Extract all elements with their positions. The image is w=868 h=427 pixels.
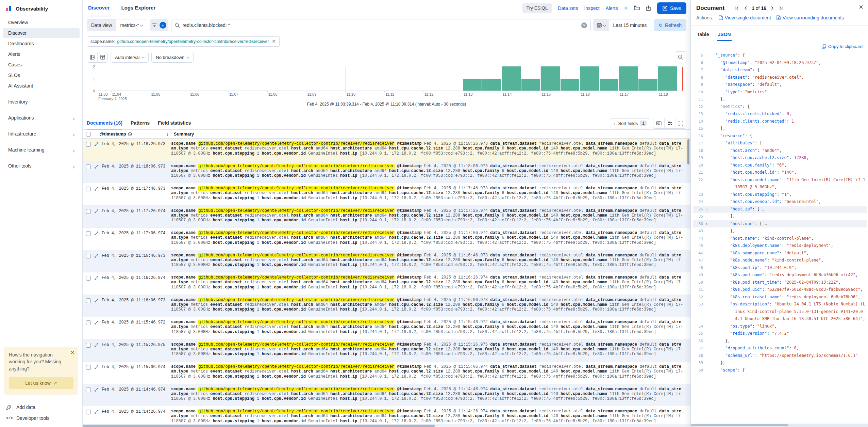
sidebar-item-slos[interactable]: SLOs — [3, 70, 80, 80]
tab-json[interactable]: JSON — [717, 29, 732, 41]
expand-doc-icon[interactable] — [94, 320, 100, 325]
tab-field-statistics[interactable]: Field statistics — [158, 117, 191, 129]
timestamp-column-header[interactable]: @timestamp — [100, 131, 166, 137]
expand-doc-icon[interactable] — [94, 298, 100, 303]
sidebar-item-overview[interactable]: Overview — [3, 17, 80, 28]
vertical-scrollbar[interactable] — [687, 139, 689, 164]
filter-funnel-icon[interactable] — [152, 23, 157, 27]
sidebar-item-discover[interactable]: Discover — [3, 28, 80, 38]
close-icon[interactable]: × — [859, 3, 863, 11]
tab-patterns[interactable]: Patterns — [131, 117, 150, 129]
next-doc-icon[interactable] — [771, 6, 774, 10]
alerts-link[interactable]: Alerts — [606, 5, 618, 11]
fold-caret-icon[interactable]: › — [703, 220, 711, 228]
add-filter-button[interactable]: + — [160, 22, 166, 29]
data-view-value[interactable]: metrics-* — [116, 19, 147, 31]
chart-inspect-button[interactable] — [675, 51, 686, 63]
expand-doc-icon[interactable] — [94, 388, 100, 392]
table-row[interactable]: Feb 4, 2025 @ 11:16:06.973scope.name git… — [83, 295, 690, 317]
sort-fields-button[interactable]: ↕ Sort fields 1 — [610, 118, 650, 128]
interval-select[interactable]: Auto interval — [111, 52, 149, 63]
row-checkbox[interactable] — [86, 388, 91, 392]
row-checkbox[interactable] — [86, 298, 91, 303]
search-input[interactable] — [183, 22, 579, 28]
inspect-link[interactable]: Inspect — [584, 5, 599, 11]
collapse-doc-icon[interactable] — [94, 142, 100, 146]
expand-doc-icon[interactable] — [94, 164, 100, 169]
row-checkbox[interactable] — [86, 164, 91, 169]
histogram-bar[interactable] — [600, 79, 618, 91]
histogram-bar[interactable] — [482, 79, 501, 91]
row-checkbox[interactable] — [86, 365, 91, 370]
select-all-checkbox[interactable] — [86, 132, 91, 137]
row-checkbox[interactable] — [86, 276, 91, 281]
expand-doc-icon[interactable] — [94, 276, 100, 280]
expand-doc-icon[interactable] — [94, 410, 100, 414]
histogram-bar[interactable] — [521, 79, 540, 91]
sidebar-item-alerts[interactable]: Alerts — [3, 49, 80, 59]
sidebar-item-machine-learning[interactable]: Machine learning — [3, 145, 80, 155]
sidebar-item-dashboards[interactable]: Dashboards — [3, 38, 80, 49]
last-doc-icon[interactable] — [779, 6, 783, 10]
table-row[interactable]: Feb 4, 2025 @ 11:14:26.974scope.name git… — [83, 406, 690, 424]
row-checkbox[interactable] — [86, 343, 91, 348]
copy-to-clipboard-link[interactable]: Copy to clipboard — [822, 44, 863, 49]
histogram-bar[interactable] — [580, 66, 599, 91]
histogram-bar[interactable] — [463, 79, 482, 91]
histogram-bar[interactable] — [638, 79, 657, 91]
table-row[interactable]: Feb 4, 2025 @ 11:15:06.974scope.name git… — [83, 362, 690, 384]
display-options-icon[interactable] — [664, 118, 675, 128]
plot-area[interactable] — [98, 67, 683, 91]
let-us-know-button[interactable]: Let us know ↗ — [9, 377, 73, 389]
filter-pill[interactable]: scope.name: github.com/open-telemetry/op… — [87, 36, 280, 47]
developer-tools-button[interactable]: </> Developer tools — [3, 413, 80, 424]
row-checkbox[interactable] — [86, 254, 91, 258]
json-code-block[interactable]: 5"_source": {6"@timestamp": "2025-02-04T… — [691, 50, 868, 423]
expand-doc-icon[interactable] — [94, 343, 100, 347]
tab-logs-explorer[interactable]: Logs Explorer — [120, 0, 157, 16]
sidebar-item-ai-assistant[interactable]: AI Assistant — [3, 81, 80, 91]
table-row[interactable]: Feb 4, 2025 @ 11:17:06.974scope.name git… — [83, 228, 690, 250]
json-horizontal-scrollbar[interactable] — [691, 424, 868, 427]
horizontal-scrollbar[interactable] — [83, 424, 690, 427]
clear-query-icon[interactable]: ✕ — [581, 22, 587, 28]
table-row[interactable]: Feb 4, 2025 @ 11:16:46.973scope.name git… — [83, 250, 690, 273]
open-button[interactable] — [634, 5, 640, 11]
try-esql-button[interactable]: Try ES|QL — [522, 3, 552, 13]
expand-doc-icon[interactable] — [94, 254, 100, 258]
expand-doc-icon[interactable] — [94, 231, 100, 236]
tab-discover[interactable]: Discover — [87, 0, 111, 16]
table-row[interactable]: Feb 4, 2025 @ 11:18:26.973scope.name git… — [83, 139, 690, 161]
fullscreen-icon[interactable] — [675, 118, 686, 128]
sidebar-item-infrastructure[interactable]: Infrastructure — [3, 129, 80, 139]
calendar-button[interactable] — [594, 19, 609, 31]
row-checkbox[interactable] — [86, 209, 91, 214]
histogram-bar[interactable] — [619, 66, 638, 91]
data-sets-link[interactable]: Data sets — [558, 5, 578, 11]
histogram-bar[interactable] — [561, 79, 579, 91]
expand-doc-icon[interactable] — [94, 187, 100, 191]
histogram-bar[interactable] — [658, 66, 677, 91]
share-button[interactable] — [646, 5, 651, 11]
save-button[interactable]: Save — [657, 2, 686, 14]
row-checkbox[interactable] — [86, 320, 91, 325]
sidebar-item-applications[interactable]: Applications — [3, 113, 80, 123]
row-checkbox[interactable] — [86, 231, 91, 236]
row-checkbox[interactable] — [86, 410, 91, 414]
sort-direction-icon[interactable]: ↓ — [166, 131, 174, 137]
new-search-button[interactable]: + — [624, 5, 628, 12]
histogram-bar[interactable] — [502, 66, 521, 91]
row-checkbox[interactable] — [86, 142, 91, 147]
table-row[interactable]: Feb 4, 2025 @ 11:14:46.974scope.name git… — [83, 384, 690, 407]
chart-display-icon[interactable] — [97, 52, 107, 62]
sidebar-item-inventory[interactable]: Inventory — [3, 97, 80, 107]
breakdown-select[interactable]: No breakdown — [151, 52, 194, 63]
table-row[interactable]: Feb 4, 2025 @ 11:15:26.975scope.name git… — [83, 339, 690, 362]
table-row[interactable]: Feb 4, 2025 @ 11:15:46.972scope.name git… — [83, 317, 690, 339]
hide-chart-icon[interactable] — [87, 52, 97, 62]
close-icon[interactable]: ✕ — [70, 349, 75, 356]
histogram-bar[interactable] — [541, 66, 560, 91]
summary-column-header[interactable]: Summary — [174, 131, 194, 137]
view-surrounding-documents-link[interactable]: View surrounding documents — [777, 15, 844, 20]
table-row[interactable]: Feb 4, 2025 @ 11:17:46.973scope.name git… — [83, 183, 690, 206]
